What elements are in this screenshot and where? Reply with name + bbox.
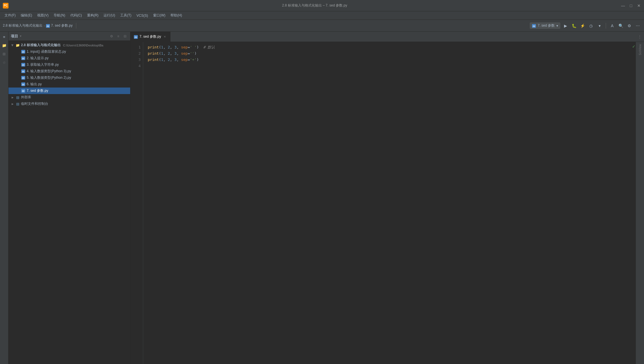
project-tree: ▶ 📁 2.8 标准输入与格式化输出 C:\Users\13600\Deskto… [9,41,130,108]
sidebar-icon-structure[interactable]: ⊞ [0,50,8,58]
right-sidebar: SciView [635,42,644,364]
menu-navigate[interactable]: 导航(N) [51,12,67,19]
menu-run[interactable]: 运行(U) [101,12,117,19]
tree-file-5[interactable]: ▶ py 5. 输入数据类型(Python 2).py [9,74,130,81]
project-panel: 项目 ▾ ⚙ ≡ ⊟ ▶ 📁 2.8 标准输入与格式化输出 C:\Users\1… [9,32,130,364]
file7-icon: py [21,89,26,93]
app-icon: PC [3,3,9,8]
title-bar-controls: — □ ✕ [621,3,641,8]
coverage-button[interactable]: ⚡ [579,22,586,29]
file4-icon: py [21,69,26,73]
tree-external-lib[interactable]: ▶ ▤ 外部库 [9,94,130,101]
tree-temp-files[interactable]: ▶ ▤ 临时文件和控制台 [9,101,130,107]
ext-label: 外部库 [21,95,31,100]
line-num-3: 3 [130,57,143,63]
tab-overflow-menu[interactable]: ⋮ [635,35,644,39]
project-settings-icon[interactable]: ⚙ [109,33,114,39]
run-config-icon: py [532,24,536,28]
temp-label: 临时文件和控制台 [21,101,48,106]
sidebar-icon-folder[interactable]: 📁 [0,41,8,49]
file4-label: 4. 输入数据类型(Python 3).py [27,69,71,74]
ext-arrow-icon: ▶ [11,96,14,99]
menu-bar: 文件(F) 编辑(E) 视图(V) 导航(N) 代码(C) 重构(R) 运行(U… [0,11,644,20]
run-more-button[interactable]: ▾ [596,22,603,29]
menu-vcs[interactable]: VCS(S) [134,13,150,18]
code-line-2: print(1, 2, 3, sep='') [148,50,627,57]
code-editor[interactable]: 1 2 3 4 print(1, 2, 3, sep=' ') # 默认 pri… [130,42,632,364]
menu-view[interactable]: 视图(V) [35,12,51,19]
menu-edit[interactable]: 编辑(E) [18,12,34,19]
left-sidebar-icons: ≡ 📁 ⊞ ☆ [0,32,9,364]
sciview-label[interactable]: SciView [638,43,642,56]
toolbar-right: py 7. sed 参数 ▾ ▶ 🐛 ⚡ ◷ ▾ A 🔍 ⚙ ⋯ [530,22,641,29]
line-num-2: 2 [130,50,143,57]
project-title-label: 项目 [11,34,18,39]
right-gutter: ✓ [632,42,635,364]
file6-label: 6. 输出.py [27,82,42,87]
breadcrumb: 2.8 标准输入与格式化输出 › py 7. sed 参数.py [3,23,73,28]
tree-file-4[interactable]: ▶ py 4. 输入数据类型(Python 3).py [9,68,130,74]
run-config-dropdown-icon: ▾ [556,24,558,28]
tree-file-6[interactable]: ▶ py 6. 输出.py [9,81,130,88]
ext-icon: ▤ [15,95,20,99]
line-num-1: 1 [130,44,143,50]
breadcrumb-file-icon: py [46,24,50,28]
tree-file-2[interactable]: ▶ py 2. 输入提示.py [9,55,130,61]
sidebar-icon-favorites[interactable]: ☆ [0,58,8,66]
sidebar-icon-project[interactable]: ≡ [0,33,8,41]
tab-label: 7. sed 参数.py [140,34,161,39]
editor-area: py 7. sed 参数.py ✕ ⋮ 1 2 3 4 print(1, 2, … [130,32,644,364]
tree-file-7[interactable]: ▶ py 7. sed 参数.py [9,88,130,94]
search-button[interactable]: 🔍 [617,22,624,29]
tab-active[interactable]: py 7. sed 参数.py ✕ [130,32,170,42]
menu-help[interactable]: 帮助(H) [168,12,184,19]
menu-refactor[interactable]: 重构(R) [85,12,101,19]
run-config-selector[interactable]: py 7. sed 参数 ▾ [530,22,560,29]
breadcrumb-part1: 2.8 标准输入与格式化输出 [3,23,43,28]
run-config-label: 7. sed 参数 [538,23,555,28]
tree-root[interactable]: ▶ 📁 2.8 标准输入与格式化输出 C:\Users\13600\Deskto… [9,42,130,48]
project-header-icons: ⚙ ≡ ⊟ [109,33,128,39]
code-line-1: print(1, 2, 3, sep=' ') # 默认 [148,44,627,50]
temp-icon: ▤ [15,102,20,106]
maximize-button[interactable]: □ [629,3,633,8]
title-bar: PC 2.8 标准输入与格式化输出 – 7. sed 参数.py — □ ✕ [0,0,644,11]
tab-bar: py 7. sed 参数.py ✕ ⋮ [130,32,644,42]
project-collapse-icon[interactable]: ≡ [115,33,121,39]
run-button[interactable]: ▶ [562,22,569,29]
file2-label: 2. 输入提示.py [27,56,48,61]
file5-icon: py [21,76,26,80]
root-folder-icon: 📁 [15,43,20,47]
menu-file[interactable]: 文件(F) [2,12,18,19]
tab-close-button[interactable]: ✕ [163,35,167,39]
gutter-ok-icon: ✓ [632,44,635,47]
tree-file-1[interactable]: ▶ py 1. input() 函数阻塞状态.py [9,48,130,55]
menu-window[interactable]: 窗口(W) [151,12,168,19]
minimize-button[interactable]: — [621,3,625,8]
line-numbers: 1 2 3 4 [130,42,143,364]
editor-with-gutter: 1 2 3 4 print(1, 2, 3, sep=' ') # 默认 pri… [130,42,644,364]
file3-label: 3. 获取输入字符串.py [27,62,59,67]
temp-arrow-icon: ▶ [11,102,14,106]
project-hide-icon[interactable]: ⊟ [122,33,128,39]
tab-file-icon: py [134,35,138,39]
settings-button[interactable]: ⚙ [626,22,633,29]
code-content[interactable]: print(1, 2, 3, sep=' ') # 默认 print(1, 2,… [143,42,632,364]
file1-label: 1. input() 函数阻塞状态.py [27,49,66,54]
code-line-4 [148,63,627,69]
debug-button[interactable]: 🐛 [571,22,577,29]
code-line-3: print(1, 2, 3, sep='+') [148,57,627,63]
title-bar-left: PC [3,3,9,8]
tree-file-3[interactable]: ▶ py 3. 获取输入字符串.py [9,61,130,68]
project-dropdown-icon[interactable]: ▾ [20,34,22,38]
file3-icon: py [21,63,26,67]
root-arrow-icon: ▶ [11,44,14,47]
breadcrumb-separator: › [44,24,45,28]
menu-code[interactable]: 代码(C) [68,12,84,19]
translate-button[interactable]: A [609,22,616,29]
toolbar: 2.8 标准输入与格式化输出 › py 7. sed 参数.py py 7. s… [0,20,644,32]
profile-button[interactable]: ◷ [588,22,594,29]
menu-tools[interactable]: 工具(T) [118,12,134,19]
more-button[interactable]: ⋯ [634,22,641,29]
close-button[interactable]: ✕ [637,3,641,8]
